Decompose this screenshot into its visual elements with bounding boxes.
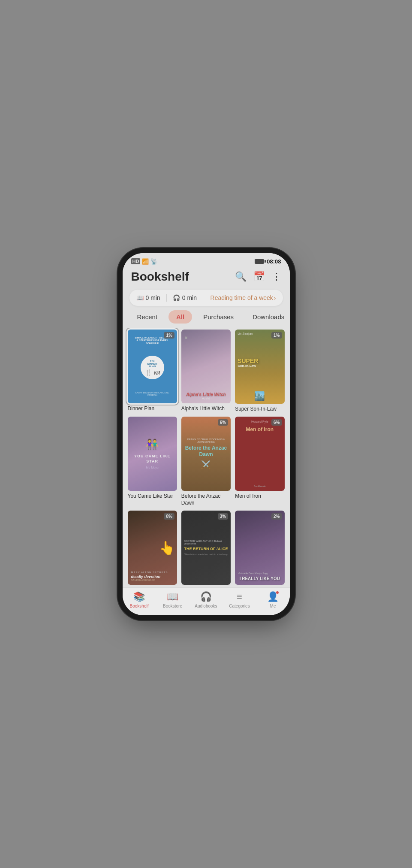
signal-icon: 📶 (142, 258, 149, 265)
book-badge-deadly: 8% (164, 513, 174, 520)
book-item-alpha[interactable]: 🐺 Alpha's Little Witch - Azeht - Alpha's… (181, 330, 231, 413)
book-title-iron: Men of Iron (235, 493, 261, 500)
filter-tab-downloads[interactable]: Downloads (245, 310, 289, 324)
book-item-anzac[interactable]: DRAWN BY CRAIG STOCKINGS & JOHN CONNOE B… (181, 417, 231, 506)
anzac-title: Before the Anzac Dawn (185, 445, 227, 457)
audiobooks-label: Audiobooks (195, 604, 217, 608)
nav-item-bookstore[interactable]: 📖 Bookstore (156, 591, 189, 608)
audio-reading-stat: 🎧 0 min (173, 294, 197, 301)
book-cover-anzac: DRAWN BY CRAIG STOCKINGS & JOHN CONNOE B… (181, 417, 231, 491)
deadly-title: deadly devotion (131, 575, 174, 579)
book-title-dinner: Dinner Plan (128, 405, 155, 412)
alpha-inner: 🐺 Alpha's Little Witch - Azeht - (181, 330, 231, 404)
audiobooks-icon: 🎧 (200, 591, 212, 602)
book-item-super[interactable]: Lin Jianjian SUPER Son-In-Law 🏙️ 1% Supe… (235, 330, 284, 413)
book-reading-stat: 📖 0 min (136, 294, 160, 301)
book-cover-wrap-super: Lin Jianjian SUPER Son-In-Law 🏙️ 1% (235, 330, 284, 404)
bookstore-icon: 📖 (167, 591, 178, 602)
reading-link-text: Reading time of a week (211, 294, 273, 301)
app-header: Bookshelf 🔍 📅 ⋮ (123, 266, 290, 288)
book-badge-iron: 6% (271, 419, 282, 426)
categories-label: Categories (229, 604, 250, 608)
book-item-alice[interactable]: DOCTOR WHO AUTHOR Robert Jeschonek THE R… (181, 511, 231, 587)
book-item-like[interactable]: Gabrielle Cox · Martyn Fogg I REALLY LIK… (235, 511, 284, 587)
headphones-icon: 🎧 (173, 294, 180, 301)
iron-title: Men of Iron (246, 426, 274, 432)
bookshelf-label: Bookshelf (130, 604, 149, 608)
time-display: 08:08 (267, 258, 281, 265)
book-badge-like: 2% (271, 513, 282, 520)
super-title: SUPER (238, 358, 282, 364)
header-icons: 🔍 📅 ⋮ (235, 271, 281, 282)
filter-tab-all[interactable]: All (168, 310, 192, 324)
book-cover-wrap-alpha: 🐺 Alpha's Little Witch - Azeht - (181, 330, 231, 404)
phone-frame: HD 📶 📡 08:08 Bookshelf 🔍 📅 ⋮ 📖 0 min 🎧 0… (123, 253, 290, 615)
book-item-dinner-plan[interactable]: SIMPLE WEEKNIGHT RECIPES & STRATEGIES FO… (128, 330, 177, 413)
categories-icon: ≡ (237, 591, 242, 602)
dinner-logo: TheDINNERPLAN 🍴 🍽 (141, 356, 164, 379)
filter-tab-recent[interactable]: Recent (129, 310, 165, 324)
book-cover-star: 👫 YOU CAME LIKE STAR Mu Muyu (128, 417, 177, 491)
alice-inner: DOCTOR WHO AUTHOR Robert Jeschonek THE R… (181, 511, 231, 585)
star-inner: 👫 YOU CAME LIKE STAR Mu Muyu (128, 417, 177, 491)
book-cover-wrap-star: 👫 YOU CAME LIKE STAR Mu Muyu (128, 417, 177, 491)
me-label: Me (270, 604, 276, 608)
deadly-inner: MARY ALTON SECRETS deadly devotion SANDR… (128, 511, 177, 585)
star-title: YOU CAME LIKE STAR (131, 454, 174, 464)
battery-fill (255, 259, 264, 263)
alpha-author: - Azeht - (200, 397, 211, 400)
book-cover-wrap-dinner: SIMPLE WEEKNIGHT RECIPES & STRATEGIES FO… (128, 330, 177, 404)
divider (166, 294, 167, 302)
book-cover-dinner: SIMPLE WEEKNIGHT RECIPES & STRATEGIES FO… (128, 330, 177, 404)
filter-tab-purchases[interactable]: Purchases (195, 310, 241, 324)
book-title-anzac: Before the Anzac Dawn (181, 493, 231, 506)
status-right: 08:08 (255, 258, 281, 265)
book-item-star[interactable]: 👫 YOU CAME LIKE STAR Mu Muyu You Came Li… (128, 417, 177, 506)
book-cover-super: Lin Jianjian SUPER Son-In-Law 🏙️ 1% (235, 330, 284, 404)
book-item-deadly[interactable]: MARY ALTON SECRETS deadly devotion SANDR… (128, 511, 177, 587)
book-badge-anzac: 6% (218, 419, 228, 426)
more-options-icon[interactable]: ⋮ (272, 271, 281, 282)
alice-title: THE RETURN OF ALICE (184, 547, 228, 551)
book-icon: 📖 (136, 294, 144, 301)
app-title: Bookshelf (131, 270, 189, 284)
book-cover-wrap-anzac: DRAWN BY CRAIG STOCKINGS & JOHN CONNOE B… (181, 417, 231, 491)
filter-tabs: Recent All Purchases Downloads (123, 310, 290, 328)
book-cover-deadly: MARY ALTON SECRETS deadly devotion SANDR… (128, 511, 177, 585)
book-cover-like: Gabrielle Cox · Martyn Fogg I REALLY LIK… (235, 511, 284, 585)
calendar-icon[interactable]: 📅 (253, 271, 265, 282)
book-item-iron[interactable]: Howard Pyle Men of Iron Booklassic 6% Me… (235, 417, 284, 506)
iron-inner: Howard Pyle Men of Iron Booklassic (235, 417, 284, 491)
bottom-nav: 📚 Bookshelf 📖 Bookstore 🎧 Audiobooks ≡ C… (123, 587, 290, 615)
bookstore-label: Bookstore (163, 604, 182, 608)
book-cover-alpha: 🐺 Alpha's Little Witch - Azeht - (181, 330, 231, 404)
book-title-super: Super Son-In-Law (235, 406, 277, 413)
reading-time-link[interactable]: Reading time of a week › (211, 294, 276, 301)
chevron-right-icon: › (274, 294, 276, 301)
nav-item-bookshelf[interactable]: 📚 Bookshelf (123, 591, 156, 608)
book-badge-dinner: 1% (164, 332, 174, 339)
book-cover-iron: Howard Pyle Men of Iron Booklassic 6% (235, 417, 284, 491)
book-cover-wrap-iron: Howard Pyle Men of Iron Booklassic 6% (235, 417, 284, 491)
book-time: 0 min (146, 294, 160, 301)
iron-author: Howard Pyle (251, 420, 268, 423)
book-badge-alice: 3% (218, 513, 228, 520)
me-notification-dot (276, 591, 279, 594)
book-grid: SIMPLE WEEKNIGHT RECIPES & STRATEGIES FO… (123, 328, 290, 587)
reading-bar[interactable]: 📖 0 min 🎧 0 min Reading time of a week › (129, 290, 283, 306)
bookshelf-icon: 📚 (133, 591, 145, 602)
audio-time: 0 min (182, 294, 197, 301)
nav-item-categories[interactable]: ≡ Categories (223, 591, 256, 608)
book-cover-wrap-deadly: MARY ALTON SECRETS deadly devotion SANDR… (128, 511, 177, 585)
like-inner: Gabrielle Cox · Martyn Fogg I REALLY LIK… (235, 511, 284, 585)
deadly-author: SANDRA ORCHARD (131, 579, 174, 581)
nav-item-me[interactable]: 👤 Me (256, 591, 290, 608)
search-icon[interactable]: 🔍 (235, 271, 247, 282)
book-title-alpha: Alpha's Little Witch (181, 405, 225, 412)
me-avatar-wrap: 👤 (267, 591, 279, 602)
nav-item-audiobooks[interactable]: 🎧 Audiobooks (189, 591, 223, 608)
book-badge-super: 1% (271, 332, 282, 339)
status-bar: HD 📶 📡 08:08 (123, 253, 290, 266)
wifi-icon: 📡 (150, 258, 157, 265)
hd-badge: HD (131, 258, 141, 264)
